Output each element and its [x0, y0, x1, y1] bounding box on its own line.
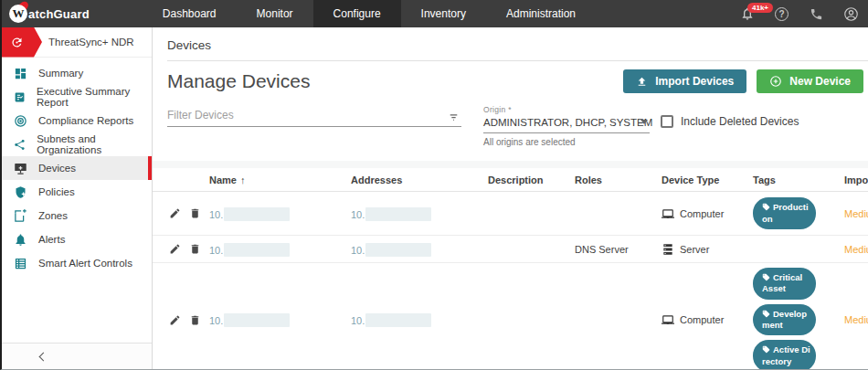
pencil-icon — [169, 314, 181, 326]
devices-icon — [14, 162, 27, 175]
computer-icon — [662, 313, 674, 326]
plus-circle-icon — [769, 75, 782, 88]
tag-badge: Active Directory — [753, 340, 816, 370]
devices-table: Name↑ Addresses Description Roles Device… — [153, 168, 868, 370]
help-icon[interactable]: ? — [774, 6, 789, 22]
table-row: 10. 10. Computer Production Medium — [153, 192, 868, 236]
redacted-address — [365, 313, 431, 327]
summary-icon — [14, 67, 27, 80]
redacted-address — [365, 243, 431, 257]
filter-devices-input[interactable] — [167, 105, 461, 127]
red-flag-shape — [2, 27, 42, 58]
notifications-badge: 41k+ — [747, 3, 773, 13]
brand-initial: W — [9, 5, 27, 23]
device-name[interactable]: 10. — [209, 245, 223, 256]
addresses-column-header[interactable]: Addresses — [351, 174, 488, 185]
brand-wordmark: atchGuard — [28, 7, 90, 21]
tag-badge: Production — [753, 197, 816, 229]
watchguard-logo: W atchGuard — [9, 5, 90, 23]
tag-badge: Critical Asset — [753, 268, 816, 300]
nav-item-configure[interactable]: Configure — [313, 0, 401, 27]
sort-asc-icon: ↑ — [240, 174, 246, 185]
device-name[interactable]: 10. — [209, 315, 223, 326]
filter-icon[interactable] — [448, 111, 460, 122]
delete-button[interactable] — [189, 243, 201, 255]
device-type-column-header[interactable]: Device Type — [662, 174, 753, 185]
sidebar-item-smart-alert-controls[interactable]: Smart Alert Controls — [2, 251, 152, 275]
topbar-icons: 41k+ ? — [739, 0, 859, 27]
filter-devices-field — [167, 105, 461, 127]
server-icon — [662, 243, 674, 256]
sidebar-item-devices[interactable]: Devices — [2, 156, 152, 180]
device-address: 10. — [351, 245, 365, 256]
origin-hint: All origins are selected — [483, 137, 650, 147]
sidebar-item-summary[interactable]: Summary — [2, 61, 152, 85]
computer-icon — [662, 207, 674, 220]
checkbox-label: Include Deleted Devices — [681, 115, 799, 128]
device-name[interactable]: 10. — [209, 209, 223, 220]
edit-button[interactable] — [169, 243, 181, 255]
roles-column-header[interactable]: Roles — [575, 174, 662, 185]
sidebar-item-executive-summary-report[interactable]: Executive Summary Report — [2, 85, 152, 109]
new-device-button[interactable]: New Device — [757, 69, 863, 93]
table-row: 10. 10. Computer Critical Asset Developm… — [153, 263, 868, 370]
account-icon[interactable] — [843, 6, 859, 22]
sidebar-menu: Summary Executive Summary Report Complia… — [2, 61, 152, 275]
name-column-header[interactable]: Name↑ — [209, 174, 351, 185]
origin-select[interactable]: Origin * ADMINISTRATOR, DHCP, SYSTEM All… — [483, 105, 650, 147]
delete-button[interactable] — [189, 314, 201, 326]
edit-button[interactable] — [169, 314, 181, 326]
trash-icon — [189, 243, 201, 255]
table-top-strip — [153, 161, 868, 168]
import-devices-button[interactable]: Import Devices — [623, 69, 746, 93]
upload-icon — [636, 76, 648, 88]
tags-column-header[interactable]: Tags — [753, 174, 844, 185]
phone-icon[interactable] — [809, 6, 824, 22]
pencil-icon — [169, 207, 181, 219]
trash-icon — [189, 207, 201, 219]
importance-column-header[interactable]: Importance — [844, 174, 868, 185]
redacted-address — [365, 207, 431, 221]
notifications-bell-icon[interactable]: 41k+ — [739, 6, 755, 22]
nav-item-inventory[interactable]: Inventory — [401, 0, 486, 27]
edit-button[interactable] — [169, 207, 181, 219]
tag-icon — [762, 273, 770, 281]
threatsync-icon — [10, 36, 24, 49]
tag-icon — [762, 310, 770, 318]
sidebar-item-policies[interactable]: Policies — [2, 180, 152, 204]
nav-item-administration[interactable]: Administration — [486, 0, 596, 27]
description-column-header[interactable]: Description — [488, 174, 575, 185]
delete-button[interactable] — [189, 207, 201, 219]
topbar: W atchGuard Dashboard Monitor Configure … — [2, 0, 868, 27]
roles-cell: DNS Server — [575, 244, 662, 255]
table-row: 10. 10. DNS Server Server Medium — [153, 236, 868, 263]
sidebar-item-compliance-reports[interactable]: Compliance Reports — [2, 109, 152, 132]
sidebar-item-subnets-and-organizations[interactable]: Subnets and Organizations — [2, 132, 152, 156]
device-address: 10. — [351, 315, 365, 326]
sidebar-item-alerts[interactable]: Alerts — [2, 227, 152, 251]
nav-item-dashboard[interactable]: Dashboard — [143, 0, 237, 27]
redacted-name — [224, 243, 290, 257]
importance-cell: Medium — [844, 314, 868, 325]
product-banner: ThreatSync+ NDR — [2, 27, 152, 58]
redacted-name — [224, 207, 290, 221]
sidebar: ThreatSync+ NDR Summary Executive Summar… — [2, 27, 153, 370]
tag-badge: Development — [753, 304, 816, 336]
subnets-organizations-icon — [14, 138, 26, 152]
table-header: Name↑ Addresses Description Roles Device… — [153, 168, 868, 192]
nav-item-monitor[interactable]: Monitor — [237, 0, 313, 27]
sidebar-item-zones[interactable]: Zones — [2, 204, 152, 227]
title-divider — [167, 60, 868, 61]
tag-icon — [762, 345, 770, 354]
zones-icon — [14, 209, 27, 223]
executive-summary-report-icon — [14, 90, 26, 104]
include-deleted-devices-checkbox[interactable]: Include Deleted Devices — [661, 115, 799, 128]
pencil-icon — [169, 243, 181, 255]
device-address: 10. — [351, 209, 365, 220]
checkbox-box — [661, 115, 673, 128]
alerts-icon — [14, 233, 27, 247]
importance-cell: Medium — [844, 208, 868, 219]
main-nav: Dashboard Monitor Configure Inventory Ad… — [143, 0, 596, 27]
sidebar-collapse-button[interactable] — [2, 343, 152, 370]
app-window: W atchGuard Dashboard Monitor Configure … — [0, 0, 868, 370]
